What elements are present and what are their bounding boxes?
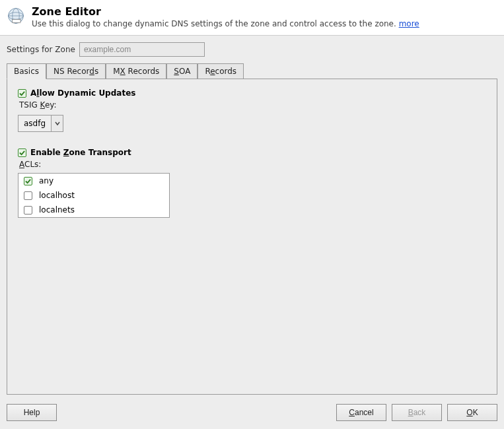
help-button[interactable]: Help	[7, 404, 57, 421]
more-link[interactable]: more	[399, 19, 419, 28]
ok-button[interactable]: OK	[447, 404, 497, 421]
acl-any-checkbox[interactable]	[24, 177, 32, 185]
acls-label: ACLs:	[19, 160, 486, 169]
enable-zone-transport-row[interactable]: Enable Zone Transport	[18, 148, 486, 157]
acl-item-any[interactable]: any	[18, 174, 169, 188]
main-area: Basics NS Records MX Records SOA Records…	[0, 61, 504, 399]
tsig-key-label: TSIG Key:	[19, 100, 486, 110]
settings-for-zone-label: Settings for Zone	[7, 45, 75, 54]
tab-mx-records[interactable]: MX Records	[106, 63, 166, 79]
acl-localnets-checkbox[interactable]	[24, 206, 32, 214]
tab-bar: Basics NS Records MX Records SOA Records	[7, 63, 497, 79]
zone-editor-window: Zone Editor Use this dialog to change dy…	[0, 0, 504, 429]
acl-localnets-label: localnets	[39, 205, 75, 214]
basics-panel: Allow Dynamic Updates TSIG Key: asdfg En…	[7, 79, 497, 395]
tsig-key-value: asdfg	[18, 116, 51, 131]
acl-any-label: any	[39, 176, 54, 185]
svg-rect-4	[13, 19, 20, 22]
tab-records[interactable]: Records	[198, 63, 244, 79]
dialog-title: Zone Editor	[32, 5, 497, 18]
dialog-subtitle: Use this dialog to change dynamic DNS se…	[32, 19, 497, 28]
allow-dynamic-updates-checkbox[interactable]	[18, 89, 26, 98]
tab-basics[interactable]: Basics	[7, 63, 46, 79]
dns-icon	[7, 7, 25, 25]
cancel-button[interactable]: Cancel	[336, 404, 386, 421]
acl-localhost-label: localhost	[39, 191, 75, 200]
acl-localhost-checkbox[interactable]	[24, 191, 32, 200]
dialog-subtitle-text: Use this dialog to change dynamic DNS se…	[32, 19, 399, 28]
chevron-down-icon	[54, 120, 61, 127]
tsig-key-dropdown-button[interactable]	[51, 116, 63, 131]
settings-for-zone-row: Settings for Zone	[0, 36, 504, 61]
acl-item-localnets[interactable]: localnets	[18, 203, 169, 217]
tab-ns-records[interactable]: NS Records	[46, 63, 106, 79]
tab-soa[interactable]: SOA	[166, 63, 198, 79]
enable-zone-transport-label: Enable Zone Transport	[30, 148, 131, 157]
header-text-block: Zone Editor Use this dialog to change dy…	[32, 4, 497, 28]
zone-name-input	[79, 42, 205, 57]
acl-item-localhost[interactable]: localhost	[18, 188, 169, 203]
dialog-header: Zone Editor Use this dialog to change dy…	[0, 0, 504, 36]
dialog-footer: Help Cancel Back OK	[0, 399, 504, 429]
acls-list: any localhost localnets	[18, 173, 170, 218]
back-button: Back	[392, 404, 442, 421]
allow-dynamic-updates-row[interactable]: Allow Dynamic Updates	[18, 88, 486, 98]
allow-dynamic-updates-label: Allow Dynamic Updates	[30, 88, 135, 98]
enable-zone-transport-checkbox[interactable]	[18, 148, 26, 157]
tsig-key-select[interactable]: asdfg	[18, 115, 63, 132]
